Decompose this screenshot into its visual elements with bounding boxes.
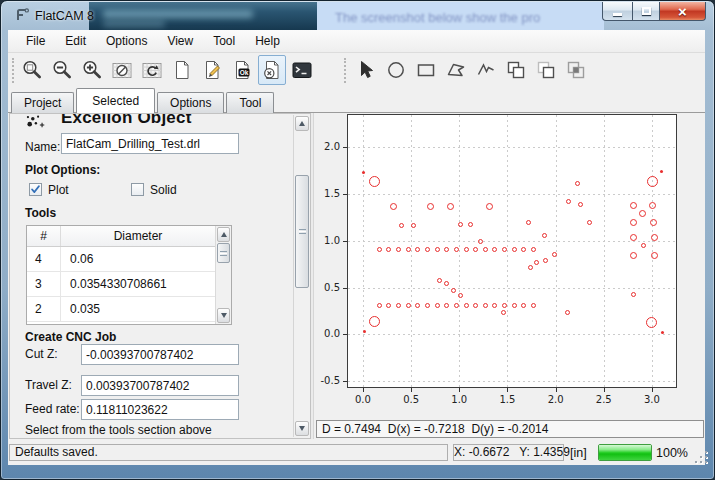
toolbar-handle[interactable] (12, 58, 14, 83)
toolbar-handle[interactable] (344, 58, 346, 83)
plot-checkbox[interactable] (29, 183, 42, 196)
progress-bar (598, 444, 652, 461)
aero-glass-reflection (103, 21, 165, 27)
cut-z-input[interactable] (81, 344, 239, 365)
units-indicator: [in] (570, 446, 587, 460)
excellon-object-icon (23, 114, 47, 129)
minimize-button[interactable] (602, 2, 632, 21)
scroll-up-button[interactable] (295, 116, 309, 131)
background-window-glimpse-light: The screenshot below show the pro (317, 2, 604, 30)
zoom-in-button[interactable] (78, 55, 106, 85)
menu-item-options[interactable]: Options (96, 30, 157, 52)
selected-tab-panel: Excellon Object Name: Plot Options: Plot… (9, 113, 311, 439)
name-label: Name: (25, 140, 60, 154)
travel-z-label: Travel Z: (25, 378, 72, 392)
panel-splitter[interactable] (311, 113, 314, 439)
intersect-button[interactable] (562, 55, 590, 85)
tool-diameter-cell[interactable]: 0.06 (61, 247, 215, 271)
thumb-grip-icon (220, 251, 227, 256)
tab-options[interactable]: Options (157, 92, 224, 113)
tab-selected[interactable]: Selected (76, 88, 155, 113)
panel-heading: Excellon Object (61, 114, 276, 130)
table-row[interactable]: 30.0354330708661 (27, 272, 215, 297)
flatcam-window: The screenshot below show the pro FlatCA… (0, 0, 715, 480)
scroll-up-button[interactable] (217, 227, 230, 242)
tools-table-header-diameter[interactable]: Diameter (61, 226, 215, 246)
tool-number-cell[interactable]: 4 (27, 247, 61, 271)
zoom-in-icon (81, 59, 103, 81)
draw-rectangle-button[interactable] (412, 55, 440, 85)
solid-checkbox-label: Solid (150, 183, 177, 197)
replot-button[interactable] (138, 55, 166, 85)
close-button[interactable]: × (660, 2, 706, 21)
select-icon (355, 59, 377, 81)
menu-item-edit[interactable]: Edit (55, 30, 96, 52)
ok-file-icon: Ok (231, 59, 253, 81)
tools-table-body: 40.0630.035433070866120.035 (27, 247, 215, 324)
edit-drawing-icon (201, 59, 223, 81)
new-file-button[interactable] (168, 55, 196, 85)
draw-polyline-button[interactable] (472, 55, 500, 85)
draw-circle-icon (385, 59, 407, 81)
scrollbar-thumb[interactable] (295, 175, 309, 288)
zoom-fit-icon (21, 59, 43, 81)
menu-item-file[interactable]: File (16, 30, 55, 52)
solid-checkbox[interactable] (131, 183, 144, 196)
status-message: Defaults saved. (9, 444, 448, 461)
title-bar[interactable]: The screenshot below show the pro FlatCA… (1, 1, 714, 30)
feed-rate-input[interactable] (81, 399, 239, 420)
progress-fill (599, 445, 651, 460)
draw-polygon-icon (445, 59, 467, 81)
ok-file-button[interactable]: Ok (228, 55, 256, 85)
name-input[interactable] (61, 133, 239, 154)
table-row[interactable]: 40.06 (27, 247, 215, 272)
aero-glass-reflection (103, 10, 253, 18)
tool-number-cell[interactable]: 2 (27, 297, 61, 321)
scroll-down-button[interactable] (295, 421, 309, 436)
plot-canvas[interactable] (347, 114, 677, 388)
cut-z-label: Cut Z: (25, 347, 58, 361)
flatcam-logo-icon (14, 7, 30, 23)
draw-polygon-button[interactable] (442, 55, 470, 85)
tab-bar: ProjectSelectedOptionsTool (11, 88, 276, 113)
tab-tool[interactable]: Tool (226, 92, 274, 113)
draw-rectangle-icon (415, 59, 437, 81)
background-window-glimpse-dark (89, 2, 317, 30)
subtract-button[interactable] (532, 55, 560, 85)
menu-item-help[interactable]: Help (245, 30, 290, 52)
maximize-button[interactable] (632, 2, 660, 21)
union-button[interactable] (502, 55, 530, 85)
tools-table-header-row: #Diameter (27, 226, 215, 247)
draw-circle-button[interactable] (382, 55, 410, 85)
tools-table-header-number[interactable]: # (27, 226, 61, 246)
zoom-out-button[interactable] (48, 55, 76, 85)
tool-diameter-cell[interactable]: 0.035 (61, 297, 215, 321)
shell-button[interactable] (288, 55, 316, 85)
travel-z-input[interactable] (81, 375, 239, 396)
tools-hint: Select from the tools section above (25, 423, 212, 437)
tools-table-scrollbar[interactable] (215, 226, 231, 324)
minimize-icon (613, 13, 622, 16)
thumb-grip-icon (299, 229, 306, 234)
scroll-down-button[interactable] (217, 308, 230, 323)
resize-grip[interactable] (695, 451, 709, 465)
menu-item-view[interactable]: View (157, 30, 203, 52)
plot-checkbox-label: Plot (48, 183, 69, 197)
delete-file-button[interactable] (258, 55, 286, 85)
edit-drawing-button[interactable] (198, 55, 226, 85)
new-file-icon (171, 59, 193, 81)
table-row[interactable]: 20.035 (27, 297, 215, 322)
draw-polyline-icon (475, 59, 497, 81)
tool-diameter-cell[interactable]: 0.0354330708661 (61, 272, 215, 296)
tab-project[interactable]: Project (11, 92, 74, 113)
zoom-fit-button[interactable] (18, 55, 46, 85)
scrollbar-thumb[interactable] (217, 243, 230, 263)
menu-bar: FileEditOptionsViewToolHelp (8, 30, 705, 53)
tool-number-cell[interactable]: 3 (27, 272, 61, 296)
clear-plot-button[interactable] (108, 55, 136, 85)
menu-item-tool[interactable]: Tool (203, 30, 245, 52)
replot-icon (141, 59, 163, 81)
select-button[interactable] (352, 55, 380, 85)
arrow-down-icon (221, 313, 227, 318)
panel-scrollbar[interactable] (293, 115, 310, 437)
